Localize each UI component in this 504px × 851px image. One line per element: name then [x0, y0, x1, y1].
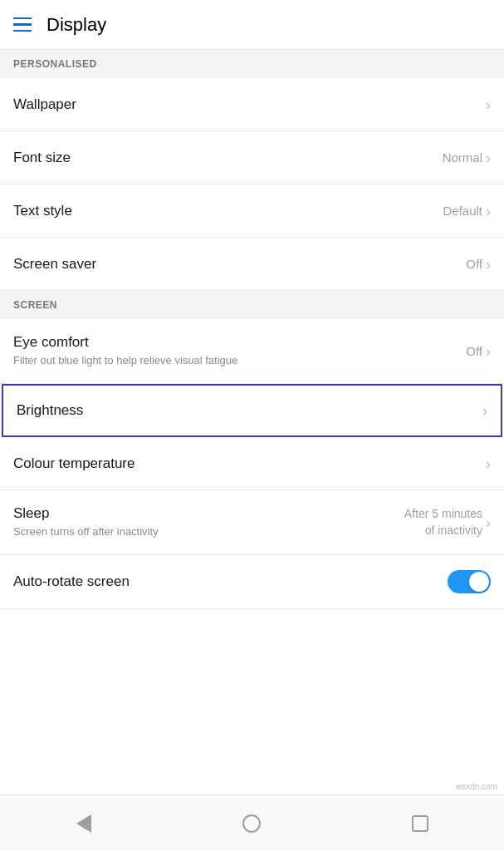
list-item-colour-temperature-left: Colour temperature — [13, 455, 135, 472]
list-item-auto-rotate-left: Auto-rotate screen — [13, 573, 130, 590]
brightness-title: Brightness — [17, 402, 83, 419]
chevron-icon: › — [486, 97, 491, 112]
screen-saver-value: Off — [466, 257, 482, 271]
list-item-wallpaper-left: Wallpaper — [13, 96, 76, 113]
sleep-title: Sleep — [13, 505, 159, 522]
auto-rotate-right — [448, 570, 491, 593]
chevron-icon: › — [486, 257, 491, 272]
list-item-text-style[interactable]: Text style Default › — [0, 184, 504, 238]
list-item-sleep-left: Sleep Screen turns off after inactivity — [13, 505, 159, 539]
list-item-screen-saver-left: Screen saver — [13, 256, 96, 273]
chevron-icon: › — [486, 204, 491, 219]
screen-saver-title: Screen saver — [13, 256, 96, 273]
sleep-right: After 5 minutesof inactivity › — [404, 506, 491, 539]
wallpaper-title: Wallpaper — [13, 96, 76, 113]
list-item-text-style-left: Text style — [13, 203, 72, 219]
sleep-value: After 5 minutesof inactivity — [404, 506, 482, 539]
back-icon — [76, 814, 91, 833]
font-size-right: Normal › — [443, 150, 491, 165]
app-header: Display — [0, 0, 504, 50]
list-item-eye-comfort-left: Eye comfort Filter out blue light to hel… — [13, 334, 237, 368]
chevron-icon: › — [486, 344, 491, 359]
font-size-value: Normal — [443, 150, 482, 165]
text-style-right: Default › — [443, 204, 491, 219]
chevron-icon: › — [486, 515, 491, 530]
recent-button[interactable] — [404, 807, 437, 840]
watermark: wsxdn.com — [456, 782, 497, 791]
list-item-screen-saver[interactable]: Screen saver Off › — [0, 238, 504, 291]
section-header-screen: SCREEN — [0, 291, 504, 319]
list-item-font-size[interactable]: Font size Normal › — [0, 131, 504, 184]
chevron-icon: › — [482, 403, 487, 418]
chevron-icon: › — [486, 456, 491, 471]
list-item-font-size-left: Font size — [13, 150, 71, 166]
font-size-title: Font size — [13, 150, 71, 166]
list-item-auto-rotate[interactable]: Auto-rotate screen — [0, 555, 504, 609]
list-item-brightness[interactable]: Brightness › — [2, 384, 502, 437]
chevron-icon: › — [486, 150, 491, 165]
section-header-personalised: PERSONALISED — [0, 50, 504, 78]
list-item-wallpaper[interactable]: Wallpaper › — [0, 78, 504, 131]
wallpaper-right: › — [486, 97, 491, 112]
text-style-title: Text style — [13, 203, 72, 219]
list-item-colour-temperature[interactable]: Colour temperature › — [0, 437, 504, 490]
eye-comfort-title: Eye comfort — [13, 334, 237, 351]
home-icon — [242, 814, 261, 833]
home-button[interactable] — [235, 807, 268, 840]
screen-saver-right: Off › — [466, 257, 491, 272]
list-item-brightness-left: Brightness — [17, 402, 83, 419]
recent-icon — [412, 815, 428, 832]
eye-comfort-value: Off — [466, 344, 482, 358]
eye-comfort-subtitle: Filter out blue light to help relieve vi… — [13, 353, 237, 368]
list-item-sleep[interactable]: Sleep Screen turns off after inactivity … — [0, 490, 504, 555]
page-title: Display — [46, 14, 106, 36]
colour-temperature-right: › — [486, 456, 491, 471]
toggle-knob — [469, 572, 489, 592]
hamburger-icon[interactable] — [13, 17, 32, 32]
brightness-right: › — [482, 403, 487, 418]
auto-rotate-toggle[interactable] — [448, 570, 491, 593]
colour-temperature-title: Colour temperature — [13, 455, 135, 472]
sleep-subtitle: Screen turns off after inactivity — [13, 524, 159, 539]
eye-comfort-right: Off › — [466, 344, 491, 359]
text-style-value: Default — [443, 204, 482, 218]
list-item-eye-comfort[interactable]: Eye comfort Filter out blue light to hel… — [0, 319, 504, 384]
back-button[interactable] — [67, 807, 100, 840]
auto-rotate-title: Auto-rotate screen — [13, 573, 130, 590]
bottom-navigation — [0, 794, 504, 851]
content-area: PERSONALISED Wallpaper › Font size Norma… — [0, 50, 504, 609]
